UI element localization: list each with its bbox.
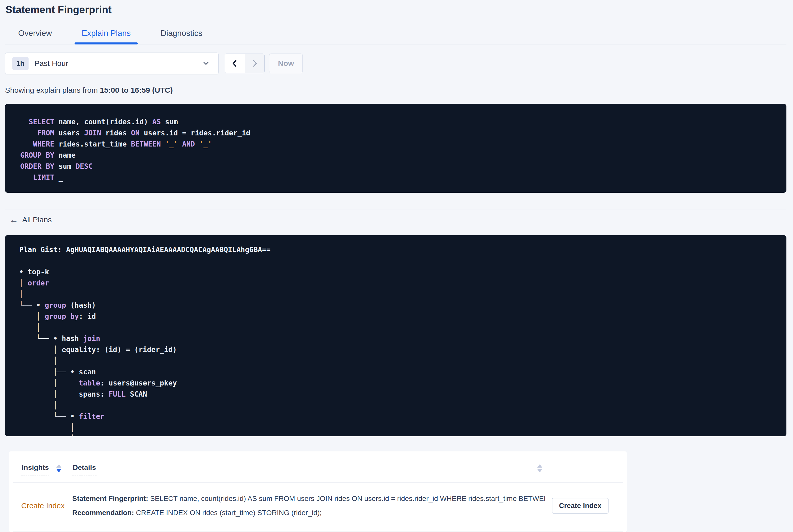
- time-picker-row: 1h Past Hour Now: [5, 53, 787, 74]
- chevron-right-icon: [250, 59, 259, 68]
- insights-header-label[interactable]: Insights: [21, 463, 49, 475]
- insights-table-header: Insights Details: [13, 451, 623, 482]
- time-range-badge: 1h: [12, 57, 29, 70]
- tab-overview[interactable]: Overview: [11, 23, 59, 44]
- tab-diagnostics[interactable]: Diagnostics: [153, 23, 209, 44]
- tab-bar: Overview Explain Plans Diagnostics: [5, 23, 787, 44]
- details-column-header: Details: [72, 463, 545, 475]
- time-range-nav: [225, 54, 265, 73]
- plan-gist-box: Plan Gist: AgHUAQIABQAAAAHYAQIAiAEAAAADC…: [5, 235, 787, 436]
- sql-code: SELECT name, count(rides.id) AS sum FROM…: [20, 116, 776, 183]
- showing-plans-status: Showing explain plans from 15:00 to 16:5…: [5, 86, 787, 94]
- sql-fingerprint-box: SELECT name, count(rides.id) AS sum FROM…: [5, 104, 787, 193]
- statement-fingerprint-text: SELECT name, count(rides.id) AS sum FROM…: [148, 495, 545, 502]
- status-time-range: 15:00 to 16:59 (UTC): [100, 86, 173, 94]
- time-range-label: Past Hour: [35, 59, 68, 68]
- table-row: Create Index Statement Fingerprint: SELE…: [13, 482, 623, 532]
- all-plans-label: All Plans: [22, 215, 52, 224]
- status-prefix: Showing explain plans from: [5, 86, 100, 94]
- plan-tree: • top-k│ order│└── • group (hash) │ grou…: [19, 266, 776, 436]
- details-header-label[interactable]: Details: [72, 463, 96, 475]
- page-title: Statement Fingerprint: [5, 4, 787, 15]
- recommendation-line: Recommendation: CREATE INDEX ON rides (s…: [72, 509, 545, 517]
- insight-create-index-link[interactable]: Create Index: [21, 501, 65, 510]
- insights-column-header: Insights: [13, 463, 72, 475]
- time-range-dropdown[interactable]: 1h Past Hour: [5, 53, 219, 74]
- next-range-button[interactable]: [245, 54, 264, 73]
- plan-gist-value: AgHUAQIABQAAAAHYAQIAiAEAAAADCQACAgAABQIL…: [66, 246, 270, 254]
- now-button[interactable]: Now: [269, 54, 303, 73]
- plan-gist-line: Plan Gist: AgHUAQIABQAAAAHYAQIAiAEAAAADC…: [19, 244, 776, 255]
- chevron-left-icon: [230, 59, 239, 68]
- recommendation-text: CREATE INDEX ON rides (start_time) STORI…: [134, 509, 322, 517]
- create-index-button[interactable]: Create Index: [552, 498, 608, 514]
- insights-sort-icon[interactable]: [56, 464, 61, 472]
- back-arrow-icon: ←: [10, 215, 18, 224]
- details-cell: Statement Fingerprint: SELECT name, coun…: [72, 495, 545, 517]
- insights-table-card: Insights Details Create Index Statement …: [9, 451, 627, 532]
- page-content: Statement Fingerprint Overview Explain P…: [0, 0, 793, 532]
- previous-range-button[interactable]: [225, 54, 245, 73]
- details-sort-icon[interactable]: [537, 464, 542, 472]
- insight-cell: Create Index: [13, 501, 72, 510]
- statement-fingerprint-label: Statement Fingerprint:: [72, 495, 148, 502]
- section-divider: [5, 209, 787, 209]
- plan-gist-label: Plan Gist:: [19, 246, 66, 254]
- all-plans-link[interactable]: ← All Plans: [10, 215, 52, 224]
- tab-explain-plans[interactable]: Explain Plans: [75, 23, 138, 44]
- action-cell: Create Index: [545, 498, 623, 514]
- statement-fingerprint-line: Statement Fingerprint: SELECT name, coun…: [72, 495, 545, 503]
- detail-lines: Statement Fingerprint: SELECT name, coun…: [72, 495, 545, 517]
- chevron-down-icon: [202, 60, 210, 67]
- recommendation-label: Recommendation:: [72, 509, 134, 517]
